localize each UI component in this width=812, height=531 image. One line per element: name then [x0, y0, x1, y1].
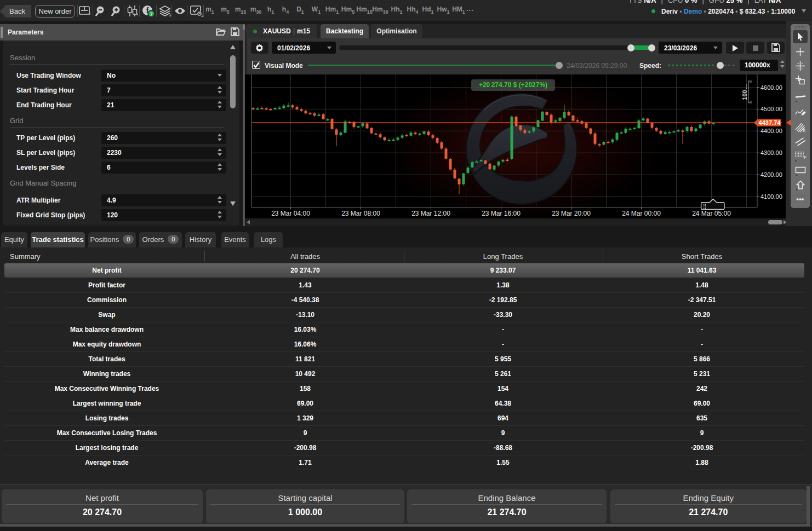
svg-text:F: F [804, 155, 807, 160]
svg-text:4437.74: 4437.74 [759, 119, 781, 126]
svg-text:23 Mar 08:00: 23 Mar 08:00 [341, 210, 380, 217]
svg-text:24 Mar 05:00: 24 Mar 05:00 [692, 210, 731, 217]
svg-text:4400.00: 4400.00 [760, 128, 782, 134]
svg-text:23 Mar 16:00: 23 Mar 16:00 [482, 210, 521, 217]
svg-text:7: 7 [150, 11, 152, 17]
svg-text:4200.00: 4200.00 [760, 171, 782, 178]
svg-text:4100.00: 4100.00 [760, 193, 782, 200]
svg-text:23 Mar 12:00: 23 Mar 12:00 [411, 210, 450, 217]
svg-text:É: É [803, 128, 805, 132]
svg-text:23 Mar 04:00: 23 Mar 04:00 [271, 210, 310, 217]
svg-text:23 Mar 20:00: 23 Mar 20:00 [552, 210, 591, 217]
svg-text:4500.00: 4500.00 [760, 106, 782, 112]
svg-text:100…: 100… [741, 84, 748, 100]
svg-text:4300.00: 4300.00 [760, 149, 782, 156]
svg-text:4600.00: 4600.00 [760, 84, 782, 91]
svg-text:24 Mar 00:00: 24 Mar 00:00 [622, 210, 661, 217]
